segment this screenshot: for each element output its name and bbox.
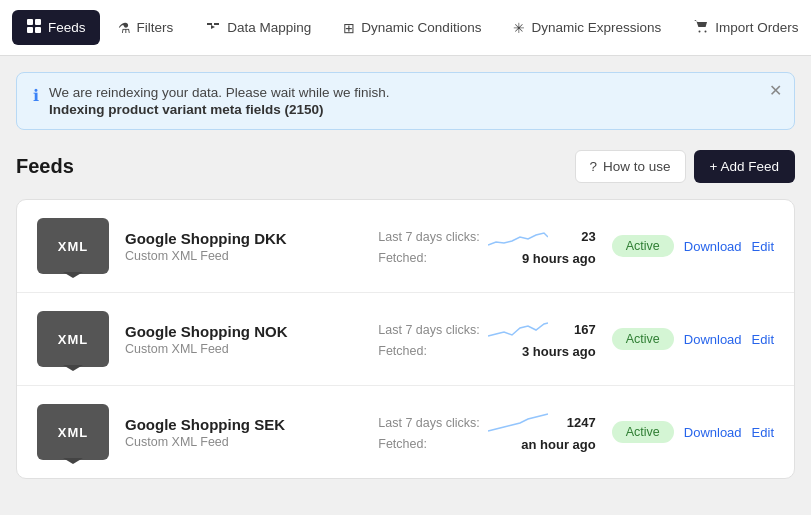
- feed-info-sek: Google Shopping SEK Custom XML Feed: [125, 416, 362, 449]
- nav-dynamic-expressions-label: Dynamic Expressions: [531, 20, 661, 35]
- nav-import-orders-label: Import Orders: [715, 20, 798, 35]
- feed-stats-dkk: Last 7 days clicks: 23 Fetched: 9 hours …: [378, 227, 595, 266]
- fetched-value-dkk: 9 hours ago: [516, 251, 596, 266]
- clicks-label-dkk: Last 7 days clicks:: [378, 230, 479, 244]
- data-mapping-icon: [205, 18, 221, 37]
- add-feed-button[interactable]: + Add Feed: [694, 150, 795, 183]
- xml-badge-nok: XML: [37, 311, 109, 367]
- status-badge-nok: Active: [612, 328, 674, 350]
- clicks-row-sek: Last 7 days clicks: 1247: [378, 413, 595, 433]
- alert-sub-message: Indexing product variant meta fields (21…: [49, 102, 778, 117]
- top-navigation: Feeds ⚗ Filters Data Mapping ⊞ Dynamic C…: [0, 0, 811, 56]
- how-to-label: How to use: [603, 159, 671, 174]
- alert-text: We are reindexing your data. Please wait…: [49, 85, 778, 117]
- clicks-chart-dkk: [488, 227, 548, 247]
- feed-item-sek: XML Google Shopping SEK Custom XML Feed …: [17, 386, 794, 478]
- import-orders-icon: [693, 18, 709, 37]
- fetched-row-dkk: Fetched: 9 hours ago: [378, 251, 595, 266]
- clicks-chart-sek: [488, 413, 548, 433]
- dynamic-conditions-icon: ⊞: [343, 20, 355, 36]
- feeds-list: XML Google Shopping DKK Custom XML Feed …: [16, 199, 795, 479]
- status-badge-dkk: Active: [612, 235, 674, 257]
- download-button-nok[interactable]: Download: [684, 332, 742, 347]
- main-content: ℹ We are reindexing your data. Please wa…: [0, 56, 811, 495]
- fetched-row-sek: Fetched: an hour ago: [378, 437, 595, 452]
- add-feed-label: + Add Feed: [710, 159, 779, 174]
- fetched-label-sek: Fetched:: [378, 437, 427, 451]
- header-actions: ? How to use + Add Feed: [575, 150, 796, 183]
- question-icon: ?: [590, 159, 598, 174]
- nav-item-import-orders[interactable]: Import Orders: [679, 10, 811, 45]
- feed-actions-nok: Active Download Edit: [612, 328, 774, 350]
- feed-type-nok: Custom XML Feed: [125, 342, 362, 356]
- section-header: Feeds ? How to use + Add Feed: [16, 150, 795, 183]
- fetched-value-nok: 3 hours ago: [516, 344, 596, 359]
- xml-badge-dkk: XML: [37, 218, 109, 274]
- nav-filters-label: Filters: [137, 20, 174, 35]
- clicks-value-nok: 167: [556, 322, 596, 337]
- alert-banner: ℹ We are reindexing your data. Please wa…: [16, 72, 795, 130]
- feed-type-sek: Custom XML Feed: [125, 435, 362, 449]
- download-button-dkk[interactable]: Download: [684, 239, 742, 254]
- feed-stats-nok: Last 7 days clicks: 167 Fetched: 3 hours…: [378, 320, 595, 359]
- fetched-label-dkk: Fetched:: [378, 251, 427, 265]
- nav-item-filters[interactable]: ⚗ Filters: [104, 12, 188, 44]
- section-title: Feeds: [16, 155, 74, 178]
- fetched-label-nok: Fetched:: [378, 344, 427, 358]
- filters-icon: ⚗: [118, 20, 131, 36]
- feeds-icon: [26, 18, 42, 37]
- xml-badge-label-nok: XML: [58, 332, 88, 347]
- xml-badge-label: XML: [58, 239, 88, 254]
- nav-item-feeds[interactable]: Feeds: [12, 10, 100, 45]
- feed-actions-sek: Active Download Edit: [612, 421, 774, 443]
- xml-badge-sek: XML: [37, 404, 109, 460]
- nav-item-dynamic-conditions[interactable]: ⊞ Dynamic Conditions: [329, 12, 495, 44]
- clicks-value-dkk: 23: [556, 229, 596, 244]
- clicks-value-sek: 1247: [556, 415, 596, 430]
- feed-type-dkk: Custom XML Feed: [125, 249, 362, 263]
- nav-feeds-label: Feeds: [48, 20, 86, 35]
- feed-name-sek: Google Shopping SEK: [125, 416, 362, 433]
- xml-badge-label-sek: XML: [58, 425, 88, 440]
- info-icon: ℹ: [33, 86, 39, 105]
- status-badge-sek: Active: [612, 421, 674, 443]
- feed-info-dkk: Google Shopping DKK Custom XML Feed: [125, 230, 362, 263]
- svg-rect-2: [27, 27, 33, 33]
- nav-data-mapping-label: Data Mapping: [227, 20, 311, 35]
- edit-button-sek[interactable]: Edit: [752, 425, 774, 440]
- download-button-sek[interactable]: Download: [684, 425, 742, 440]
- svg-rect-0: [27, 19, 33, 25]
- nav-item-dynamic-expressions[interactable]: ✳ Dynamic Expressions: [499, 12, 675, 44]
- how-to-use-button[interactable]: ? How to use: [575, 150, 686, 183]
- edit-button-nok[interactable]: Edit: [752, 332, 774, 347]
- clicks-row-nok: Last 7 days clicks: 167: [378, 320, 595, 340]
- clicks-row-dkk: Last 7 days clicks: 23: [378, 227, 595, 247]
- feed-item-nok: XML Google Shopping NOK Custom XML Feed …: [17, 293, 794, 386]
- edit-button-dkk[interactable]: Edit: [752, 239, 774, 254]
- clicks-label-sek: Last 7 days clicks:: [378, 416, 479, 430]
- feed-name-dkk: Google Shopping DKK: [125, 230, 362, 247]
- nav-dynamic-conditions-label: Dynamic Conditions: [361, 20, 481, 35]
- fetched-value-sek: an hour ago: [516, 437, 596, 452]
- feed-actions-dkk: Active Download Edit: [612, 235, 774, 257]
- clicks-label-nok: Last 7 days clicks:: [378, 323, 479, 337]
- feed-item-dkk: XML Google Shopping DKK Custom XML Feed …: [17, 200, 794, 293]
- nav-item-data-mapping[interactable]: Data Mapping: [191, 10, 325, 45]
- svg-rect-1: [35, 19, 41, 25]
- svg-rect-3: [35, 27, 41, 33]
- dynamic-expressions-icon: ✳: [513, 20, 525, 36]
- alert-message: We are reindexing your data. Please wait…: [49, 85, 778, 100]
- clicks-chart-nok: [488, 320, 548, 340]
- fetched-row-nok: Fetched: 3 hours ago: [378, 344, 595, 359]
- feed-stats-sek: Last 7 days clicks: 1247 Fetched: an hou…: [378, 413, 595, 452]
- alert-close-button[interactable]: ✕: [769, 83, 782, 99]
- feed-info-nok: Google Shopping NOK Custom XML Feed: [125, 323, 362, 356]
- feed-name-nok: Google Shopping NOK: [125, 323, 362, 340]
